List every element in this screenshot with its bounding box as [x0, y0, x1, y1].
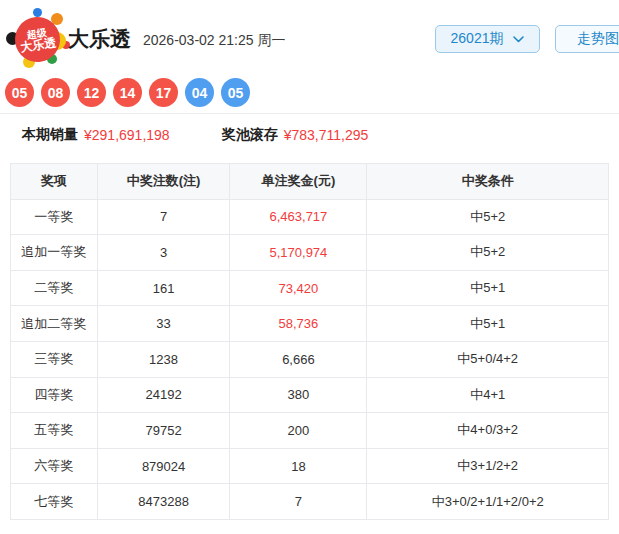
col-header-winner-count: 中奖注数(注) — [97, 164, 230, 200]
prize-table-body: 一等奖76,463,717中5+2追加一等奖35,170,974中5+2二等奖1… — [11, 199, 609, 519]
sales-value: ¥291,691,198 — [84, 127, 170, 143]
table-cell: 一等奖 — [11, 199, 98, 235]
table-row: 三等奖12386,666中5+0/4+2 — [11, 341, 609, 377]
table-cell: 18 — [230, 448, 367, 484]
balls-row: 05081214170405 — [5, 78, 250, 107]
col-header-win-condition: 中奖条件 — [367, 164, 609, 200]
table-cell: 1238 — [97, 341, 230, 377]
table-cell: 3 — [97, 235, 230, 271]
logo-dot-blue — [33, 8, 42, 17]
table-cell: 7 — [97, 199, 230, 235]
table-row: 追加一等奖35,170,974中5+2 — [11, 235, 609, 271]
page-title: 大乐透 — [68, 25, 131, 53]
table-cell: 24192 — [97, 377, 230, 413]
draw-datetime: 2026-03-02 21:25 周一 — [143, 32, 285, 50]
front-ball: 14 — [113, 78, 142, 107]
table-cell: 七等奖 — [11, 484, 98, 520]
table-cell: 879024 — [97, 448, 230, 484]
period-selector[interactable]: 26021期 — [435, 25, 540, 53]
table-cell: 中5+0/4+2 — [367, 341, 609, 377]
trend-chart-button[interactable]: 走势图 — [555, 25, 619, 53]
sales-info-row: 本期销量 ¥291,691,198 奖池滚存 ¥783,711,295 — [22, 126, 368, 144]
table-cell: 五等奖 — [11, 413, 98, 449]
table-cell: 7 — [230, 484, 367, 520]
table-row: 七等奖84732887中3+0/2+1/1+2/0+2 — [11, 484, 609, 520]
pool-value: ¥783,711,295 — [284, 127, 369, 143]
back-ball: 05 — [221, 78, 250, 107]
pool-label: 奖池滚存 — [222, 126, 278, 144]
prize-table: 奖项 中奖注数(注) 单注奖金(元) 中奖条件 一等奖76,463,717中5+… — [10, 163, 609, 520]
section-divider — [0, 113, 619, 114]
table-row: 四等奖24192380中4+1 — [11, 377, 609, 413]
table-cell: 追加一等奖 — [11, 235, 98, 271]
table-cell: 6,666 — [230, 341, 367, 377]
table-cell: 161 — [97, 270, 230, 306]
chevron-down-icon — [513, 36, 524, 43]
table-row: 二等奖16173,420中5+1 — [11, 270, 609, 306]
table-cell: 79752 — [97, 413, 230, 449]
period-selector-label: 26021期 — [451, 30, 504, 48]
table-cell: 200 — [230, 413, 367, 449]
table-cell: 中3+0/2+1/1+2/0+2 — [367, 484, 609, 520]
top-bar: 超级 大乐透 大乐透 2026-03-02 21:25 周一 26021期 走势… — [0, 0, 619, 76]
table-cell: 三等奖 — [11, 341, 98, 377]
table-cell: 中4+0/3+2 — [367, 413, 609, 449]
table-cell: 中5+1 — [367, 306, 609, 342]
table-cell: 六等奖 — [11, 448, 98, 484]
table-header-row: 奖项 中奖注数(注) 单注奖金(元) 中奖条件 — [11, 164, 609, 200]
table-row: 五等奖79752200中4+0/3+2 — [11, 413, 609, 449]
col-header-prize-amount: 单注奖金(元) — [230, 164, 367, 200]
superlotto-logo: 超级 大乐透 — [6, 8, 70, 70]
table-cell: 33 — [97, 306, 230, 342]
table-row: 六等奖87902418中3+1/2+2 — [11, 448, 609, 484]
table-cell: 追加二等奖 — [11, 306, 98, 342]
table-cell: 6,463,717 — [230, 199, 367, 235]
front-ball: 05 — [5, 78, 34, 107]
table-cell: 二等奖 — [11, 270, 98, 306]
back-ball: 04 — [185, 78, 214, 107]
table-cell: 中5+2 — [367, 235, 609, 271]
table-cell: 73,420 — [230, 270, 367, 306]
table-row: 追加二等奖3358,736中5+1 — [11, 306, 609, 342]
front-ball: 12 — [77, 78, 106, 107]
table-cell: 中5+1 — [367, 270, 609, 306]
table-cell: 58,736 — [230, 306, 367, 342]
table-cell: 8473288 — [97, 484, 230, 520]
front-ball: 08 — [41, 78, 70, 107]
table-row: 一等奖76,463,717中5+2 — [11, 199, 609, 235]
logo-text-bottom: 大乐透 — [20, 36, 57, 54]
front-ball: 17 — [149, 78, 178, 107]
table-cell: 中3+1/2+2 — [367, 448, 609, 484]
table-cell: 380 — [230, 377, 367, 413]
table-cell: 中5+2 — [367, 199, 609, 235]
table-cell: 5,170,974 — [230, 235, 367, 271]
table-cell: 四等奖 — [11, 377, 98, 413]
trend-chart-button-label: 走势图 — [577, 30, 619, 48]
col-header-prize-tier: 奖项 — [11, 164, 98, 200]
table-cell: 中4+1 — [367, 377, 609, 413]
sales-label: 本期销量 — [22, 126, 78, 144]
